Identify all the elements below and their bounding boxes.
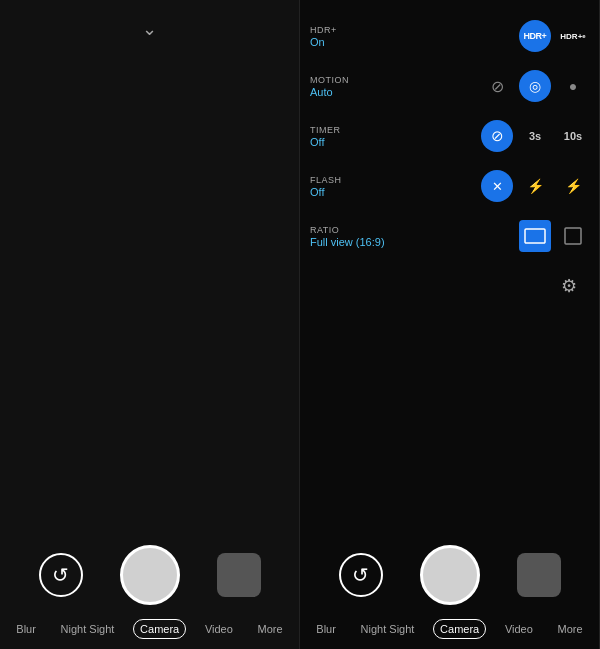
flash-options: ✕ ⚡ ⚡ — [481, 170, 589, 202]
timer-3s-button[interactable]: 3s — [519, 120, 551, 152]
tab-night-sight[interactable]: Night Sight — [55, 620, 121, 638]
hdr-options: HDR+ HDR+e — [519, 20, 589, 52]
left-controls: ↺ — [0, 535, 299, 613]
chevron-down-icon[interactable]: ⌄ — [142, 18, 157, 40]
right-bottom-area: ↺ Blur Night Sight Camera Video More — [300, 535, 599, 649]
flash-auto-button[interactable]: ⚡ — [519, 170, 551, 202]
hdr-enhanced-button[interactable]: HDR+e — [557, 20, 589, 52]
hdr-value: On — [310, 36, 519, 48]
right-flip-camera-button[interactable]: ↺ — [339, 553, 383, 597]
motion-auto-button[interactable]: ◎ — [519, 70, 551, 102]
svg-rect-1 — [565, 228, 581, 244]
settings-gear-button[interactable]: ⚙ — [553, 270, 585, 302]
flash-label-block: FLASH Off — [310, 175, 481, 198]
motion-off-button[interactable]: ⊘ — [481, 70, 513, 102]
tab-video[interactable]: Video — [199, 620, 239, 638]
right-tab-night-sight[interactable]: Night Sight — [355, 620, 421, 638]
flash-on-button[interactable]: ⚡ — [557, 170, 589, 202]
timer-setting-row: TIMER Off ⊘ 3s 10s — [310, 120, 589, 160]
motion-on-button[interactable]: ● — [557, 70, 589, 102]
ratio-label-block: RATIO Full view (16:9) — [310, 225, 519, 248]
flip-camera-button[interactable]: ↺ — [39, 553, 83, 597]
left-mode-tabs: Blur Night Sight Camera Video More — [0, 613, 299, 649]
tab-camera[interactable]: Camera — [133, 619, 186, 639]
left-viewfinder: ⌄ — [0, 0, 299, 535]
ratio-setting-row: RATIO Full view (16:9) — [310, 220, 589, 260]
hdr-setting-row: HDR+ On HDR+ HDR+e — [310, 20, 589, 60]
gallery-button[interactable] — [217, 553, 261, 597]
ratio-value: Full view (16:9) — [310, 236, 519, 248]
settings-panel: HDR+ On HDR+ HDR+e MOTION Auto ⊘ ◎ ● — [310, 20, 589, 302]
ratio-fullview-button[interactable] — [519, 220, 551, 252]
svg-rect-0 — [525, 229, 545, 243]
right-mode-tabs: Blur Night Sight Camera Video More — [300, 613, 599, 649]
ratio-name: RATIO — [310, 225, 519, 235]
right-tab-more[interactable]: More — [552, 620, 589, 638]
left-panel: ⌄ ↺ Blur Night Sight Camera Video More — [0, 0, 300, 649]
right-controls: ↺ — [300, 535, 599, 613]
motion-value: Auto — [310, 86, 481, 98]
shutter-button[interactable] — [120, 545, 180, 605]
right-gallery-button[interactable] — [517, 553, 561, 597]
ratio-options — [519, 220, 589, 252]
gear-row: ⚙ — [310, 270, 589, 302]
timer-options: ⊘ 3s 10s — [481, 120, 589, 152]
motion-name: MOTION — [310, 75, 481, 85]
flash-value: Off — [310, 186, 481, 198]
right-shutter-button[interactable] — [420, 545, 480, 605]
hdr-label-block: HDR+ On — [310, 25, 519, 48]
motion-setting-row: MOTION Auto ⊘ ◎ ● — [310, 70, 589, 110]
left-bottom-area: ↺ Blur Night Sight Camera Video More — [0, 535, 299, 649]
timer-name: TIMER — [310, 125, 481, 135]
motion-label-block: MOTION Auto — [310, 75, 481, 98]
hdr-plus-button[interactable]: HDR+ — [519, 20, 551, 52]
right-tab-camera[interactable]: Camera — [433, 619, 486, 639]
ratio-square-button[interactable] — [557, 220, 589, 252]
right-tab-video[interactable]: Video — [499, 620, 539, 638]
timer-off-button[interactable]: ⊘ — [481, 120, 513, 152]
right-panel: HDR+ On HDR+ HDR+e MOTION Auto ⊘ ◎ ● — [300, 0, 600, 649]
timer-value: Off — [310, 136, 481, 148]
flash-off-button[interactable]: ✕ — [481, 170, 513, 202]
motion-options: ⊘ ◎ ● — [481, 70, 589, 102]
tab-blur[interactable]: Blur — [10, 620, 42, 638]
tab-more[interactable]: More — [252, 620, 289, 638]
hdr-name: HDR+ — [310, 25, 519, 35]
timer-label-block: TIMER Off — [310, 125, 481, 148]
right-tab-blur[interactable]: Blur — [310, 620, 342, 638]
flash-setting-row: FLASH Off ✕ ⚡ ⚡ — [310, 170, 589, 210]
timer-10s-button[interactable]: 10s — [557, 120, 589, 152]
flash-name: FLASH — [310, 175, 481, 185]
right-viewfinder: HDR+ On HDR+ HDR+e MOTION Auto ⊘ ◎ ● — [300, 0, 599, 535]
